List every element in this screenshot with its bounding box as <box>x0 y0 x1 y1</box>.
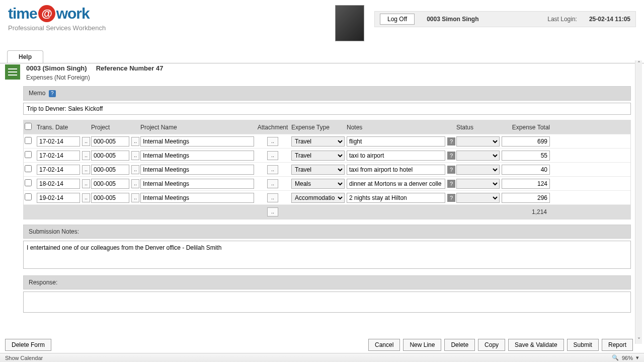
top-bar: Log Off 0003 Simon Singh Last Login: 25-… <box>374 11 636 27</box>
logo: time @ work Professional Services Workbe… <box>8 5 106 32</box>
scroll-up-icon[interactable]: ˄ <box>635 60 642 63</box>
scrollbar[interactable]: ˄ ˅ <box>635 60 642 63</box>
logo-at-icon: @ <box>38 5 55 22</box>
avatar <box>335 5 364 41</box>
logo-text-1: time <box>8 5 37 22</box>
last-login-value: 25-02-14 11:05 <box>589 16 630 23</box>
logoff-button[interactable]: Log Off <box>380 14 415 25</box>
last-login-label: Last Login: <box>547 16 577 23</box>
logo-text-2: work <box>56 5 90 22</box>
logo-subtitle: Professional Services Workbench <box>8 24 106 32</box>
current-user: 0003 Simon Singh <box>427 16 478 23</box>
